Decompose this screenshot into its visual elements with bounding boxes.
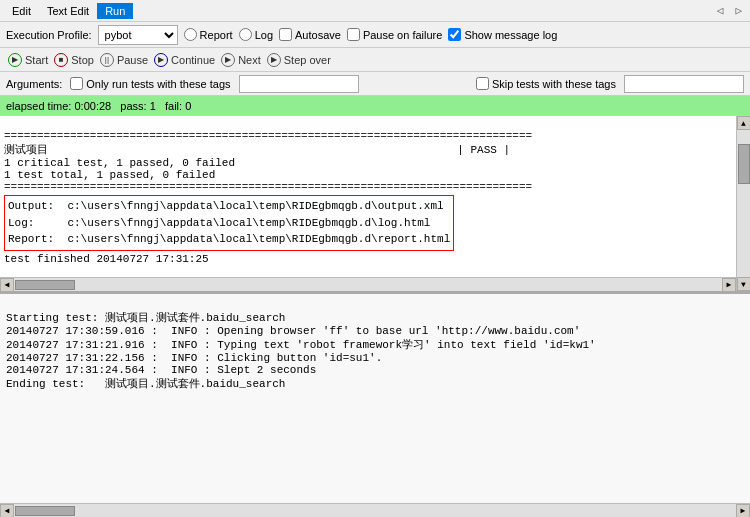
nav-right-arrow[interactable]: ▷ — [731, 4, 746, 17]
log-hscroll-left[interactable]: ◀ — [0, 504, 14, 518]
skip-input[interactable] — [624, 75, 744, 93]
report-file-line: Report: c:\users\fnngj\appdata\local\tem… — [8, 233, 450, 245]
log-file-line: Log: c:\users\fnngj\appdata\local\temp\R… — [8, 217, 430, 229]
log-radio-group: Log — [239, 28, 273, 41]
autosave-checkbox[interactable] — [279, 28, 292, 41]
main-area: ========================================… — [0, 116, 750, 517]
args-bar: Arguments: Only run tests with these tag… — [0, 72, 750, 96]
control-bar: ▶ Start ■ Stop || Pause ▶ Continue ▶ Nex… — [0, 48, 750, 72]
start-button[interactable]: ▶ Start — [8, 53, 48, 67]
log-radio[interactable] — [239, 28, 252, 41]
pass-count: pass: 1 — [120, 100, 155, 112]
next-icon: ▶ — [221, 53, 235, 67]
skip-label: Skip tests with these tags — [492, 78, 616, 90]
pause-on-failure-checkbox[interactable] — [347, 28, 360, 41]
vscroll-thumb[interactable] — [738, 144, 750, 184]
only-run-label: Only run tests with these tags — [86, 78, 230, 90]
start-label: Start — [25, 54, 48, 66]
pause-on-failure-label: Pause on failure — [363, 29, 443, 41]
log-content[interactable]: Starting test: 测试项目.测试套件.baidu_search 20… — [0, 294, 750, 503]
separator2: ========================================… — [4, 181, 532, 193]
separator1: ========================================… — [4, 130, 532, 142]
menu-edit[interactable]: Edit — [4, 3, 39, 19]
pause-on-failure-group: Pause on failure — [347, 28, 443, 41]
continue-button[interactable]: ▶ Continue — [154, 53, 215, 67]
menu-text-edit[interactable]: Text Edit — [39, 3, 97, 19]
critical-line: 1 critical test, 1 passed, 0 failed — [4, 157, 235, 169]
skip-checkbox[interactable] — [476, 77, 489, 90]
vscroll-down-btn[interactable]: ▼ — [737, 277, 751, 291]
log-hscrollbar[interactable]: ◀ ▶ — [0, 503, 750, 517]
test-name-line: 测试项目 | PASS | — [4, 144, 510, 156]
hscroll-track[interactable] — [14, 279, 722, 291]
log-line4: 20140727 17:31:22.156 : INFO : Clicking … — [6, 352, 382, 364]
only-run-group: Only run tests with these tags — [70, 77, 230, 90]
continue-icon: ▶ — [154, 53, 168, 67]
show-message-log-checkbox[interactable] — [448, 28, 461, 41]
fail-count: fail: 0 — [165, 100, 191, 112]
log-pane: Starting test: 测试项目.测试套件.baidu_search 20… — [0, 294, 750, 517]
output-pane: ========================================… — [0, 116, 750, 294]
output-vscrollbar[interactable]: ▲ ▼ — [736, 116, 750, 291]
total-line: 1 test total, 1 passed, 0 failed — [4, 169, 215, 181]
output-hscrollbar[interactable]: ◀ ▶ — [0, 277, 736, 291]
log-hscroll-track[interactable] — [14, 505, 736, 517]
menu-run[interactable]: Run — [97, 3, 133, 19]
finish-line: test finished 20140727 17:31:25 — [4, 253, 209, 265]
pause-icon: || — [100, 53, 114, 67]
menu-bar: Edit Text Edit Run ◁ ▷ — [0, 0, 750, 22]
pause-label: Pause — [117, 54, 148, 66]
next-label: Next — [238, 54, 261, 66]
show-message-log-group: Show message log — [448, 28, 557, 41]
autosave-group: Autosave — [279, 28, 341, 41]
nav-left-arrow[interactable]: ◁ — [713, 4, 728, 17]
profile-label: Execution Profile: — [6, 29, 92, 41]
profile-select[interactable]: pybotjybotIronPython — [98, 25, 178, 45]
step-over-button[interactable]: ▶ Step over — [267, 53, 331, 67]
next-button[interactable]: ▶ Next — [221, 53, 261, 67]
output-content[interactable]: ========================================… — [0, 116, 736, 277]
args-label: Arguments: — [6, 78, 62, 90]
stop-label: Stop — [71, 54, 94, 66]
vscroll-up-btn[interactable]: ▲ — [737, 116, 751, 130]
pause-button[interactable]: || Pause — [100, 53, 148, 67]
report-radio[interactable] — [184, 28, 197, 41]
red-section: Output: c:\users\fnngj\appdata\local\tem… — [4, 233, 454, 245]
report-label: Report — [200, 29, 233, 41]
log-line2: 20140727 17:30:59.016 : INFO : Opening b… — [6, 325, 580, 337]
output-file-line: Output: c:\users\fnngj\appdata\local\tem… — [8, 200, 444, 212]
toolbar: Execution Profile: pybotjybotIronPython … — [0, 22, 750, 48]
nav-arrows: ◁ ▷ — [713, 4, 746, 17]
status-bar: elapsed time: 0:00:28 pass: 1 fail: 0 — [0, 96, 750, 116]
step-over-label: Step over — [284, 54, 331, 66]
only-run-checkbox[interactable] — [70, 77, 83, 90]
hscroll-thumb[interactable] — [15, 280, 75, 290]
log-line3: 20140727 17:31:21.916 : INFO : Typing te… — [6, 339, 596, 351]
continue-label: Continue — [171, 54, 215, 66]
log-line6: Ending test: 测试项目.测试套件.baidu_search — [6, 378, 285, 390]
stop-button[interactable]: ■ Stop — [54, 53, 94, 67]
autosave-label: Autosave — [295, 29, 341, 41]
skip-group: Skip tests with these tags — [476, 77, 616, 90]
log-hscroll-right[interactable]: ▶ — [736, 504, 750, 518]
tags-input[interactable] — [239, 75, 359, 93]
hscroll-right-btn[interactable]: ▶ — [722, 278, 736, 292]
step-over-icon: ▶ — [267, 53, 281, 67]
elapsed-time: elapsed time: 0:00:28 — [6, 100, 111, 112]
log-label: Log — [255, 29, 273, 41]
show-message-log-label: Show message log — [464, 29, 557, 41]
log-line1: Starting test: 测试项目.测试套件.baidu_search — [6, 312, 285, 324]
log-line5: 20140727 17:31:24.564 : INFO : Slept 2 s… — [6, 364, 316, 376]
log-hscroll-thumb[interactable] — [15, 506, 75, 516]
report-radio-group: Report — [184, 28, 233, 41]
stop-icon: ■ — [54, 53, 68, 67]
hscroll-left-btn[interactable]: ◀ — [0, 278, 14, 292]
start-icon: ▶ — [8, 53, 22, 67]
